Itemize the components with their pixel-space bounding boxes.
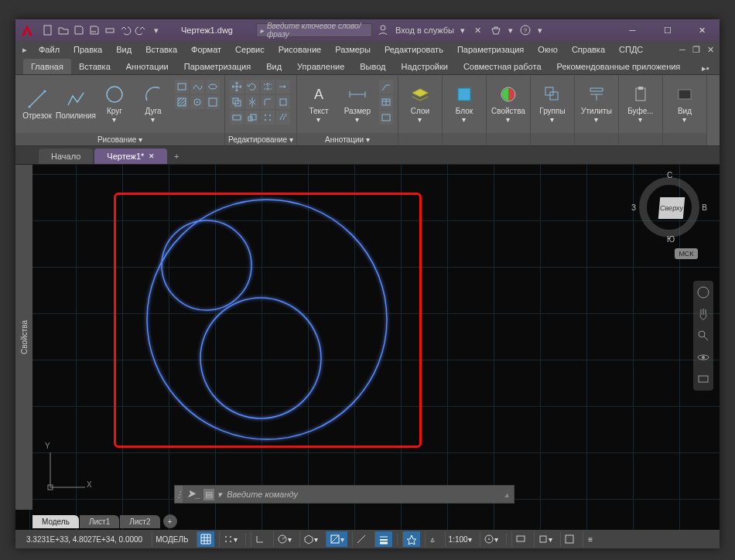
anno-scale-icon[interactable]: ⍋ bbox=[425, 531, 440, 547]
lwt-toggle[interactable] bbox=[374, 531, 392, 547]
layout-add-button[interactable]: + bbox=[163, 514, 177, 528]
saveas-icon[interactable] bbox=[88, 24, 101, 36]
text-button[interactable]: AТекст▾ bbox=[300, 78, 337, 129]
anno-scale[interactable]: 1:100 ▾ bbox=[445, 531, 475, 547]
trim-icon[interactable] bbox=[261, 80, 275, 94]
utils-button[interactable]: Утилиты▾ bbox=[578, 78, 615, 129]
open-icon[interactable] bbox=[57, 24, 70, 36]
props-button[interactable]: Свойства▾ bbox=[490, 78, 527, 129]
help-search-input[interactable]: ▸Введите ключевое слово/фразу bbox=[256, 23, 372, 37]
ortho-toggle[interactable] bbox=[251, 531, 268, 547]
point-icon[interactable] bbox=[190, 95, 204, 109]
customize-icon[interactable]: ≡ bbox=[583, 531, 598, 547]
copy-icon[interactable] bbox=[230, 95, 244, 109]
doc-min-icon[interactable]: ─ bbox=[676, 43, 689, 56]
array-icon[interactable] bbox=[261, 111, 275, 125]
move-icon[interactable] bbox=[230, 80, 244, 94]
app-store-icon[interactable] bbox=[490, 24, 502, 36]
tab-drawing1[interactable]: Чертеж1*✕ bbox=[94, 149, 167, 164]
ellipse-icon[interactable] bbox=[206, 80, 220, 94]
menu-edit[interactable]: Правка bbox=[67, 43, 108, 56]
tab-featured[interactable]: Рекомендованные приложения bbox=[549, 59, 689, 74]
undo-icon[interactable] bbox=[119, 24, 132, 36]
panel-annot-title[interactable]: Аннотации ▾ bbox=[297, 133, 398, 145]
polyline-button[interactable]: Полилиния bbox=[57, 78, 94, 129]
mirror-icon[interactable] bbox=[245, 95, 259, 109]
viewcube-face[interactable]: Сверху bbox=[658, 197, 685, 219]
save-icon[interactable] bbox=[73, 24, 85, 36]
osnap-toggle[interactable]: ▾ bbox=[326, 531, 347, 547]
menu-dim[interactable]: Размеры bbox=[329, 43, 377, 56]
isolate-icon[interactable]: ▾ bbox=[534, 531, 556, 547]
tab-close-icon[interactable]: ✕ bbox=[149, 152, 155, 160]
panel-modify-title[interactable]: Редактирование ▾ bbox=[225, 133, 296, 145]
coord-system-tag[interactable]: МСК bbox=[675, 248, 698, 259]
table-icon[interactable] bbox=[379, 95, 393, 109]
layers-button[interactable]: Слои▾ bbox=[402, 78, 439, 129]
tab-manage[interactable]: Управление bbox=[289, 59, 352, 74]
modelspace-button[interactable]: МОДЕЛЬ bbox=[152, 531, 191, 547]
anno-toggle[interactable] bbox=[402, 531, 420, 547]
menu-help[interactable]: Справка bbox=[566, 43, 611, 56]
doc-close-icon[interactable]: ✕ bbox=[704, 43, 716, 56]
minimize-button[interactable]: ─ bbox=[615, 19, 650, 41]
appmenu-icon[interactable]: ▸ bbox=[19, 43, 31, 56]
menu-param[interactable]: Параметризация bbox=[451, 43, 530, 56]
arc-button[interactable]: Дуга▾ bbox=[135, 78, 172, 129]
panel-draw-title[interactable]: Рисование ▾ bbox=[15, 133, 224, 145]
qa-dropdown-icon[interactable]: ▾ bbox=[150, 24, 162, 36]
line-button[interactable]: Отрезок bbox=[19, 78, 56, 129]
new-icon[interactable] bbox=[42, 24, 54, 36]
menu-draw[interactable]: Рисование bbox=[272, 43, 327, 56]
drawing-canvas[interactable]: Свойства Y X Сверху С Ю З В МС bbox=[15, 165, 720, 530]
full-nav-icon[interactable] bbox=[696, 285, 710, 299]
offset-icon[interactable] bbox=[276, 111, 290, 125]
tab-view[interactable]: Вид bbox=[258, 59, 289, 74]
rotate-icon[interactable] bbox=[245, 80, 259, 94]
cmd-history-icon[interactable]: ⮞_ bbox=[187, 490, 200, 499]
stretch-icon[interactable] bbox=[230, 111, 244, 125]
snap-toggle[interactable]: ▾ bbox=[219, 531, 241, 547]
close-button[interactable]: ✕ bbox=[685, 19, 720, 41]
menu-format[interactable]: Формат bbox=[185, 43, 227, 56]
clipboard-button[interactable]: Буфе...▾ bbox=[622, 78, 659, 129]
extend-icon[interactable] bbox=[276, 80, 290, 94]
layout-model[interactable]: Модель bbox=[32, 515, 79, 528]
help-icon[interactable]: ? bbox=[519, 24, 532, 36]
ribbon-collapse-icon[interactable]: ▸▪ bbox=[699, 62, 712, 74]
redo-icon[interactable] bbox=[135, 24, 147, 36]
monitor-icon[interactable] bbox=[511, 531, 529, 547]
orbit-icon[interactable] bbox=[696, 350, 710, 364]
cleanscreen-icon[interactable] bbox=[560, 531, 578, 547]
menu-file[interactable]: Файл bbox=[32, 43, 66, 56]
user-icon[interactable] bbox=[377, 24, 389, 36]
tab-addins[interactable]: Надстройки bbox=[394, 59, 456, 74]
tab-insert[interactable]: Вставка bbox=[71, 59, 118, 74]
showmotion-icon[interactable] bbox=[696, 372, 710, 386]
groups-button[interactable]: Группы▾ bbox=[534, 78, 571, 129]
viewcube[interactable]: Сверху С Ю З В bbox=[634, 172, 704, 242]
scale-icon[interactable] bbox=[245, 111, 259, 125]
tab-output[interactable]: Вывод bbox=[352, 59, 393, 74]
menu-modify[interactable]: Редактировать bbox=[378, 43, 450, 56]
region-icon[interactable] bbox=[206, 95, 220, 109]
cmd-options-icon[interactable]: ▤ bbox=[203, 489, 214, 500]
layout-sheet1[interactable]: Лист1 bbox=[80, 515, 119, 528]
block-button[interactable]: Блок▾ bbox=[446, 78, 483, 129]
menu-window[interactable]: Окно bbox=[532, 43, 564, 56]
plot-icon[interactable] bbox=[104, 24, 116, 36]
app-logo[interactable] bbox=[15, 19, 39, 41]
command-line[interactable]: ⋮ ⮞_ ▤ ▾ Введите команду ▴ bbox=[174, 485, 514, 504]
rect-icon[interactable] bbox=[175, 80, 189, 94]
zoom-icon[interactable] bbox=[696, 329, 710, 343]
cloud-icon[interactable] bbox=[379, 111, 393, 125]
tab-add-button[interactable]: + bbox=[169, 149, 184, 164]
layout-sheet2[interactable]: Лист2 bbox=[120, 515, 159, 528]
signin-link[interactable]: Вход в службы bbox=[395, 26, 454, 35]
tab-start[interactable]: Начало bbox=[39, 149, 93, 164]
pan-icon[interactable] bbox=[696, 307, 710, 321]
tab-home[interactable]: Главная bbox=[23, 59, 71, 74]
polar-toggle[interactable]: ▾ bbox=[273, 531, 295, 547]
cmd-drag-handle[interactable]: ⋮ bbox=[175, 486, 183, 503]
menu-insert[interactable]: Вставка bbox=[139, 43, 183, 56]
